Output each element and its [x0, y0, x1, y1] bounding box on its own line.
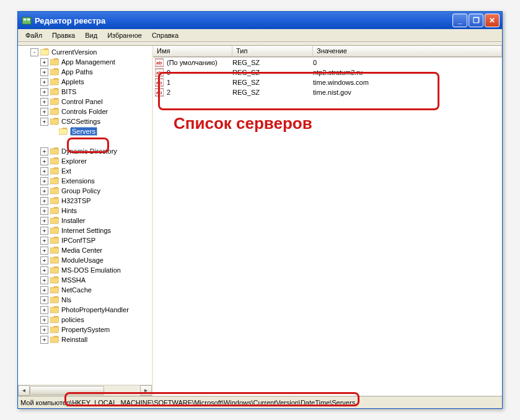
close-button[interactable]: ✕: [485, 14, 500, 27]
expand-icon[interactable]: +: [40, 177, 48, 185]
col-name-header[interactable]: Имя: [153, 46, 232, 57]
expand-icon[interactable]: +: [40, 68, 48, 76]
tree-node[interactable]: +PropertySystem: [18, 325, 152, 335]
col-type-header[interactable]: Тип: [232, 46, 313, 57]
registry-editor-window: Редактор реестра _ ❐ ✕ Файл Правка Вид И…: [17, 11, 503, 409]
tree-node[interactable]: +Group Policy: [18, 186, 152, 196]
tree-hscrollbar[interactable]: ◄ ►: [18, 385, 152, 396]
expand-icon[interactable]: +: [40, 227, 48, 235]
string-value-icon: ab: [154, 78, 164, 87]
menu-edit[interactable]: Правка: [47, 30, 80, 40]
expand-icon[interactable]: +: [40, 88, 48, 96]
tree-node[interactable]: +IPConfTSP: [18, 235, 152, 245]
value-row[interactable]: ab1REG_SZtime.windows.com: [153, 77, 502, 87]
collapse-icon[interactable]: -: [30, 48, 38, 56]
menubar: Файл Правка Вид Избранное Справка: [18, 29, 502, 42]
expand-icon[interactable]: +: [40, 326, 48, 334]
scroll-thumb[interactable]: [30, 386, 104, 395]
tree-node[interactable]: +policies: [18, 315, 152, 325]
expand-icon[interactable]: +: [40, 147, 48, 155]
tree-node[interactable]: +Internet Settings: [18, 225, 152, 235]
expand-icon[interactable]: +: [40, 296, 48, 304]
folder-icon: [50, 336, 59, 343]
tree-node[interactable]: +Media Center: [18, 245, 152, 255]
svg-rect-1: [24, 19, 26, 20]
tree-node[interactable]: +BITS: [18, 87, 152, 97]
tree-node[interactable]: +Applets: [18, 77, 152, 87]
expand-icon[interactable]: +: [40, 187, 48, 195]
expand-icon[interactable]: +: [40, 266, 48, 274]
tree-node[interactable]: +MSSHA: [18, 275, 152, 285]
folder-icon: [50, 286, 59, 294]
tree-node[interactable]: +H323TSP: [18, 196, 152, 206]
menu-file[interactable]: Файл: [20, 30, 47, 40]
titlebar[interactable]: Редактор реестра _ ❐ ✕: [18, 12, 502, 29]
col-data-header[interactable]: Значение: [313, 46, 502, 57]
expand-icon[interactable]: +: [40, 167, 48, 175]
expand-icon[interactable]: +: [40, 336, 48, 344]
tree-node[interactable]: +Explorer: [18, 156, 152, 166]
tree-node[interactable]: +Dynamic Directory: [18, 146, 152, 156]
tree-node[interactable]: +App Paths: [18, 67, 152, 77]
tree-node-label: Controls Folder: [61, 108, 108, 115]
tree-node[interactable]: +App Management: [18, 57, 152, 67]
expand-icon[interactable]: +: [40, 197, 48, 205]
folder-icon: [50, 68, 59, 76]
expand-icon[interactable]: +: [40, 98, 48, 106]
tree-node[interactable]: +MS-DOS Emulation: [18, 265, 152, 275]
content-area: -CurrentVersion+App Management+App Paths…: [18, 46, 502, 396]
expand-icon[interactable]: +: [40, 316, 48, 324]
tree-node[interactable]: +CSCSettings: [18, 116, 152, 126]
menu-favorites[interactable]: Избранное: [102, 30, 147, 40]
expand-icon[interactable]: +: [40, 58, 48, 66]
svg-rect-2: [27, 19, 30, 20]
maximize-button[interactable]: ❐: [469, 14, 483, 27]
tree-node-label: Group Policy: [61, 187, 100, 195]
tree-node[interactable]: +Control Panel: [18, 97, 152, 107]
tree-node[interactable]: +Nls: [18, 295, 152, 305]
value-row[interactable]: ab0REG_SZntp2.stratum2.ru: [153, 68, 502, 77]
value-row[interactable]: ab2REG_SZtime.nist.gov: [153, 87, 502, 97]
expand-icon[interactable]: +: [40, 276, 48, 284]
value-row[interactable]: ab(По умолчанию)REG_SZ0: [153, 58, 502, 68]
tree-node[interactable]: +Hints: [18, 206, 152, 216]
scroll-left-button[interactable]: ◄: [18, 385, 30, 396]
folder-icon: [50, 326, 59, 333]
tree-node[interactable]: +NetCache: [18, 285, 152, 295]
expand-icon[interactable]: +: [40, 157, 48, 165]
menu-help[interactable]: Справка: [147, 30, 183, 40]
tree-node-label: MS-DOS Emulation: [61, 266, 121, 274]
tree-node[interactable]: +ModuleUsage: [18, 255, 152, 265]
tree-node-label: Dynamic Directory: [61, 147, 117, 155]
expand-icon[interactable]: +: [40, 256, 48, 265]
value-name: 1: [167, 79, 232, 86]
tree-node[interactable]: +Controls Folder: [18, 107, 152, 116]
expand-icon[interactable]: +: [40, 217, 48, 225]
tree-node[interactable]: +Installer: [18, 216, 152, 225]
minimize-button[interactable]: _: [452, 14, 467, 27]
values-list[interactable]: ab(По умолчанию)REG_SZ0ab0REG_SZntp2.str…: [153, 58, 502, 396]
value-type: REG_SZ: [232, 79, 313, 86]
tree-node[interactable]: +Ext: [18, 166, 152, 176]
expand-icon[interactable]: +: [40, 118, 48, 126]
expand-icon[interactable]: +: [40, 78, 48, 86]
tree-view[interactable]: -CurrentVersion+App Management+App Paths…: [18, 46, 152, 385]
string-value-icon: ab: [154, 58, 164, 67]
expand-icon[interactable]: +: [40, 108, 48, 116]
statusbar-path: р\HKEY_LOCAL_MACHINE\SOFTWARE\Microsoft\…: [66, 399, 355, 406]
tree-node[interactable]: +Reinstall: [18, 335, 152, 344]
menu-view[interactable]: Вид: [80, 30, 102, 40]
expand-icon[interactable]: +: [40, 207, 48, 215]
expand-icon[interactable]: +: [40, 247, 48, 255]
expand-icon[interactable]: +: [40, 306, 48, 314]
tree-node[interactable]: Servers: [18, 126, 152, 136]
folder-icon: [50, 227, 59, 234]
tree-node[interactable]: +PhotoPropertyHandler: [18, 305, 152, 315]
expand-icon[interactable]: +: [40, 286, 48, 294]
tree-node-label: App Paths: [61, 68, 93, 76]
tree-node[interactable]: -CurrentVersion: [18, 47, 152, 57]
expand-icon[interactable]: +: [40, 237, 48, 245]
tree-node-label: CurrentVersion: [51, 48, 97, 56]
tree-node[interactable]: +Extensions: [18, 176, 152, 186]
scroll-right-button[interactable]: ►: [140, 385, 152, 396]
